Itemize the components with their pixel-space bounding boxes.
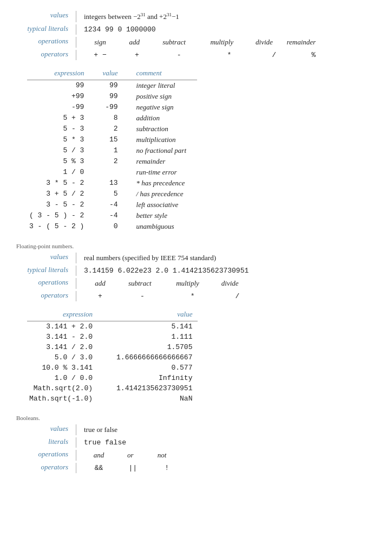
value-cell: 5.141 [114,321,198,332]
comment-cell: better style [134,210,197,221]
comment-cell: no fractional part [134,145,197,156]
col-expression: expression [27,309,114,321]
expr-cell: 3.141 + 2.0 [27,321,114,332]
table-row: -99-99negative sign [27,102,197,113]
float-operations-label: operations [16,278,76,289]
expr-cell: 99 [27,80,100,92]
comment-cell: / has precedence [134,189,197,199]
table-row: 1 / 0run-time error [27,167,197,178]
literals-content: 1234 99 0 1000000 [84,24,376,35]
expr-cell: 3.141 - 2.0 [27,332,114,342]
float-values-content: real numbers (specified by IEEE 754 stan… [84,253,376,263]
comment-cell: addition [134,113,197,124]
expr-cell: 5.0 / 3.0 [27,352,114,363]
value-cell: 1.6666666666666667 [114,352,198,363]
bool-operators-row: operators && || ! [16,463,376,473]
table-row: 3.141 - 2.01.111 [27,332,198,342]
operators-row: operators + − + - * / % [16,50,376,60]
value-cell: 1.111 [114,332,198,342]
col-value: value [100,68,134,80]
value-cell: 5 [100,189,134,199]
table-row: 5 % 32remainder [27,156,197,167]
value-cell: Infinity [114,373,198,383]
expr-cell: 3.141 / 2.0 [27,342,114,352]
table-row: 1.0 / 0.0Infinity [27,373,198,383]
separator [76,11,76,22]
operators-label: operators [16,50,76,60]
value-cell: -4 [100,199,134,210]
expr-cell: 3 * 5 - 2 [27,178,100,189]
separator [76,24,76,35]
values-label: values [16,11,76,22]
values-row: values integers between −231 and +231−1 [16,11,376,22]
expr-cell: 1 / 0 [27,167,100,178]
value-cell: 2 [100,124,134,134]
expr-cell: 5 + 3 [27,113,100,124]
bool-operations-row: operations and or not [16,450,376,461]
value-cell: 0.577 [114,363,198,373]
comment-cell: positive sign [134,91,197,102]
expr-cell: 5 - 3 [27,124,100,134]
comment-cell: multiplication [134,134,197,145]
bool-values-row: values true or false [16,424,376,435]
table-row: 3 + 5 / 25/ has precedence [27,189,197,199]
table-row: 3 * 5 - 213* has precedence [27,178,197,189]
float-operations-content: add subtract multiply divide [84,278,376,289]
table-row: 5.0 / 3.01.6666666666666667 [27,352,198,363]
table-row: Math.sqrt(-1.0)NaN [27,393,198,404]
expr-cell: 10.0 % 3.141 [27,363,114,373]
expr-cell: ( 3 - 5 ) - 2 [27,210,100,221]
separator [76,450,76,461]
table-row: 10.0 % 3.1410.577 [27,363,198,373]
col-value: value [114,309,198,321]
separator [76,437,76,448]
separator [76,291,76,301]
expr-cell: 3 - ( 5 - 2 ) [27,221,100,232]
value-cell: 1.5705 [114,342,198,352]
floats-expr-table: expression value 3.141 + 2.05.1413.141 -… [27,309,198,404]
value-cell: 2 [100,156,134,167]
comment-cell: run-time error [134,167,197,178]
value-cell: 1 [100,145,134,156]
literals-label: typical literals [16,24,76,35]
float-operations-row: operations add subtract multiply divide [16,278,376,289]
float-literals-row: typical literals 3.14159 6.022e23 2.0 1.… [16,266,376,276]
bool-literals-row: literals true false [16,437,376,448]
comment-cell: left associative [134,199,197,210]
table-row: 5 / 31no fractional part [27,145,197,156]
operations-row: operations sign add subtract multiply di… [16,37,376,48]
float-values-row: values real numbers (specified by IEEE 7… [16,253,376,263]
table-row: 5 * 315multiplication [27,134,197,145]
table-row: +9999positive sign [27,91,197,102]
bool-operations-label: operations [16,450,76,461]
value-cell: 8 [100,113,134,124]
integers-section: values integers between −231 and +231−1 … [16,11,376,232]
literals-row: typical literals 1234 99 0 1000000 [16,24,376,35]
operators-content: + − + - * / % [84,50,376,60]
expr-cell: Math.sqrt(-1.0) [27,393,114,404]
table-row: 3.141 + 2.05.141 [27,321,198,332]
value-cell [100,167,134,178]
bool-values-label: values [16,424,76,435]
col-comment: comment [134,68,197,80]
float-operators-content: + - * / [84,291,376,301]
expr-cell: 3 - 5 - 2 [27,199,100,210]
operations-content: sign add subtract multiply divide remain… [84,37,376,48]
float-literals-content: 3.14159 6.022e23 2.0 1.4142135623730951 [84,266,376,276]
table-row: 3 - 5 - 2-4left associative [27,199,197,210]
bool-operations-content: and or not [84,450,376,461]
expr-cell: 5 * 3 [27,134,100,145]
value-cell: NaN [114,393,198,404]
table-row: 3 - ( 5 - 2 )0unambiguous [27,221,197,232]
float-literals-label: typical literals [16,266,76,276]
comment-cell: remainder [134,156,197,167]
separator [76,463,76,473]
separator [76,278,76,289]
float-operators-label: operators [16,291,76,301]
bool-operators-content: && || ! [84,463,376,473]
expr-cell: Math.sqrt(2.0) [27,383,114,393]
comment-cell: subtraction [134,124,197,134]
comment-cell: unambiguous [134,221,197,232]
table-row: 5 - 32subtraction [27,124,197,134]
booleans-section-label: Booleans. [16,415,376,421]
